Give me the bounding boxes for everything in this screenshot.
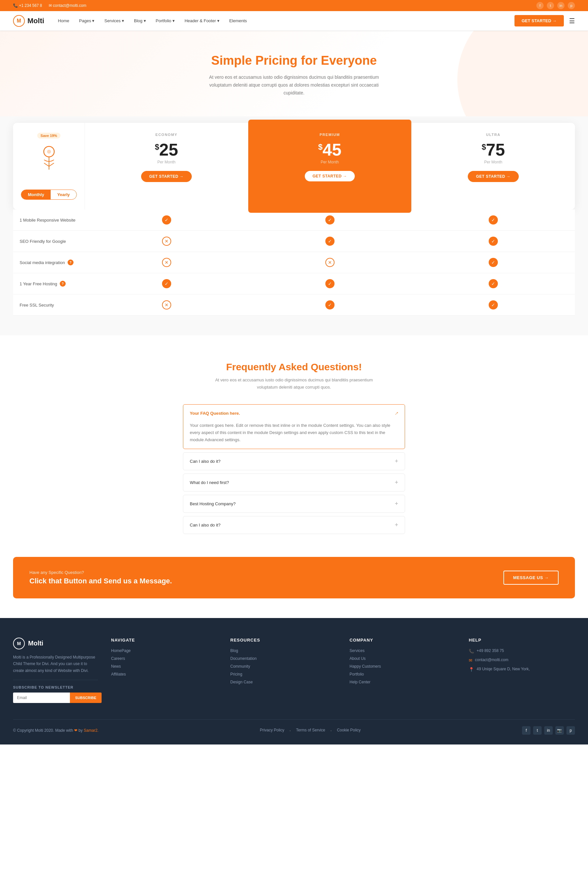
terms-link[interactable]: Terms of Service bbox=[296, 728, 325, 733]
nav-pages[interactable]: Pages ▾ bbox=[75, 16, 98, 26]
faq-item-0: Your FAQ Question here. ↑ Your content g… bbox=[183, 404, 405, 449]
feature-label-mobile: 1 Mobile Responsive Website bbox=[13, 209, 85, 230]
cta-sub-text: Have any Specific Question? bbox=[29, 570, 172, 575]
faq-question-0[interactable]: Your FAQ Question here. ↑ bbox=[183, 405, 405, 422]
email-icon: ✉ bbox=[469, 658, 472, 663]
feature-ultra-seo: ✓ bbox=[412, 231, 575, 252]
pricing-left-panel: Save 19% Monthly Yearly bbox=[13, 123, 85, 209]
footer-link-documentation[interactable]: Documentation bbox=[230, 656, 336, 661]
plan-economy-cta[interactable]: GET STARTED → bbox=[141, 171, 192, 182]
footer-brand-name: Molti bbox=[28, 640, 44, 647]
top-bar-left: 📞 +1 234 567 8 ✉ contact@molti.com bbox=[13, 3, 86, 8]
footer-company-col: COMPANY Services About Us Happy Customer… bbox=[350, 638, 456, 703]
top-bar: 📞 +1 234 567 8 ✉ contact@molti.com f t i… bbox=[0, 0, 588, 11]
feature-economy-social: ✕ bbox=[85, 252, 248, 273]
footer-link-design-case[interactable]: Design Case bbox=[230, 680, 336, 684]
faq-toggle-2[interactable]: + bbox=[394, 479, 398, 486]
nav-blog[interactable]: Blog ▾ bbox=[130, 16, 150, 26]
plan-premium-name: PREMIUM bbox=[255, 133, 405, 137]
faq-question-2[interactable]: What do I need first? + bbox=[183, 474, 405, 491]
footer-link-happy-customers[interactable]: Happy Customers bbox=[350, 664, 456, 669]
footer-link-news[interactable]: News bbox=[111, 664, 217, 669]
footer-link-services[interactable]: Services bbox=[350, 649, 456, 653]
footer-resources-title: RESOURCES bbox=[230, 638, 336, 643]
footer-linkedin-icon[interactable]: in bbox=[544, 726, 553, 735]
feature-label-seo: SEO Friendly for Google bbox=[13, 231, 85, 252]
faq-question-4[interactable]: Can I also do it? + bbox=[183, 517, 405, 534]
feature-row-hosting: 1 Year Free Hosting ? ✓ ✓ ✓ bbox=[13, 273, 575, 294]
footer-brand-desc: Molti is a Professionally Designed Multi… bbox=[13, 654, 98, 674]
nav-elements[interactable]: Elements bbox=[225, 16, 251, 26]
plan-premium-price: $45 bbox=[255, 141, 405, 158]
pinterest-icon[interactable]: p bbox=[568, 2, 575, 9]
plan-economy-name: ECONOMY bbox=[92, 133, 242, 137]
plan-economy-period: Per Month bbox=[92, 160, 242, 164]
footer-email: ✉ contact@molti.com bbox=[469, 658, 575, 663]
feature-premium-ssl: ✓ bbox=[248, 294, 412, 315]
monthly-toggle[interactable]: Monthly bbox=[21, 190, 51, 199]
faq-section: Frequently Asked Questions! At vero eos … bbox=[0, 335, 588, 557]
plan-ultra-cta[interactable]: GET STARTED → bbox=[468, 171, 519, 182]
billing-toggle[interactable]: Monthly Yearly bbox=[21, 189, 76, 200]
faq-answer-0: Your content goes here. Edit or remove t… bbox=[183, 422, 405, 449]
hamburger-icon[interactable]: ☰ bbox=[569, 17, 575, 25]
footer-company-title: COMPANY bbox=[350, 638, 456, 643]
facebook-icon[interactable]: f bbox=[536, 2, 544, 9]
faq-toggle-0[interactable]: ↑ bbox=[393, 410, 400, 416]
faq-question-1[interactable]: Can I also do it? + bbox=[183, 453, 405, 470]
faq-title: Frequently Asked Questions! bbox=[13, 362, 575, 372]
nav-services[interactable]: Services ▾ bbox=[100, 16, 128, 26]
footer-link-homepage[interactable]: HomePage bbox=[111, 649, 217, 653]
footer-twitter-icon[interactable]: t bbox=[533, 726, 542, 735]
yearly-toggle[interactable]: Yearly bbox=[51, 190, 76, 199]
feature-premium-seo: ✓ bbox=[248, 231, 412, 252]
footer-facebook-icon[interactable]: f bbox=[522, 726, 531, 735]
footer-pinterest-icon[interactable]: p bbox=[567, 726, 575, 735]
hosting-help-icon[interactable]: ? bbox=[60, 281, 66, 287]
features-table: 1 Mobile Responsive Website ✓ ✓ ✓ SEO Fr… bbox=[13, 209, 575, 316]
footer-link-help-center[interactable]: Help Center bbox=[350, 680, 456, 684]
cta-message-button[interactable]: MESSAGE US → bbox=[503, 571, 559, 585]
privacy-policy-link[interactable]: Privacy Policy bbox=[260, 728, 285, 733]
plan-premium-cta[interactable]: GET STARTED → bbox=[305, 171, 355, 182]
footer-link-portfolio[interactable]: Portfolio bbox=[350, 672, 456, 677]
footer-link-about[interactable]: About Us bbox=[350, 656, 456, 661]
plan-ultra: ULTRA $75 Per Month GET STARTED → bbox=[412, 123, 575, 209]
footer-social-links: f t in 📷 p bbox=[522, 726, 575, 735]
nav-links: Home Pages ▾ Services ▾ Blog ▾ Portfolio… bbox=[54, 16, 514, 26]
cookie-link[interactable]: Cookie Policy bbox=[337, 728, 361, 733]
footer-link-careers[interactable]: Careers bbox=[111, 656, 217, 661]
footer-link-affiliates[interactable]: Affiliates bbox=[111, 672, 217, 677]
feature-economy-mobile: ✓ bbox=[85, 209, 248, 230]
footer-email-input[interactable] bbox=[13, 692, 70, 703]
faq-question-3[interactable]: Best Hosting Company? + bbox=[183, 495, 405, 512]
faq-toggle-3[interactable]: + bbox=[394, 500, 398, 507]
hero-title: Simple Pricing for Everyone bbox=[13, 54, 575, 68]
nav-logo[interactable]: M Molti bbox=[13, 15, 44, 27]
faq-toggle-1[interactable]: + bbox=[394, 458, 398, 465]
footer-link-community[interactable]: Community bbox=[230, 664, 336, 669]
footer-copyright: © Copyright Molti 2020. Made with ❤ by S… bbox=[13, 728, 99, 733]
nav-portfolio[interactable]: Portfolio ▾ bbox=[152, 16, 178, 26]
footer-help-col: HELP 📞 +49 892 358 75 ✉ contact@molti.co… bbox=[469, 638, 575, 703]
faq-toggle-4[interactable]: + bbox=[394, 522, 398, 529]
plan-ultra-price: $75 bbox=[418, 141, 568, 158]
footer-instagram-icon[interactable]: 📷 bbox=[555, 726, 564, 735]
location-icon: 📍 bbox=[469, 667, 474, 672]
plan-premium: PREMIUM $45 Per Month GET STARTED → bbox=[248, 120, 412, 213]
feature-label-hosting: 1 Year Free Hosting ? bbox=[13, 273, 85, 294]
social-help-icon[interactable]: ? bbox=[68, 260, 74, 265]
instagram-icon[interactable]: in bbox=[557, 2, 564, 9]
feature-ultra-mobile: ✓ bbox=[412, 209, 575, 230]
footer-link-pricing[interactable]: Pricing bbox=[230, 672, 336, 677]
feature-economy-ssl: ✕ bbox=[85, 294, 248, 315]
nav-home[interactable]: Home bbox=[54, 16, 73, 26]
footer-link-blog[interactable]: Blog bbox=[230, 649, 336, 653]
phone-icon: 📞 bbox=[469, 649, 474, 654]
feature-row-ssl: Free SSL Security ✕ ✓ ✓ bbox=[13, 294, 575, 316]
phone-info: 📞 +1 234 567 8 bbox=[13, 3, 42, 8]
nav-cta-button[interactable]: GET STARTED → bbox=[514, 15, 564, 27]
footer-subscribe-button[interactable]: SUBSCRIBE bbox=[70, 692, 102, 703]
nav-header-footer[interactable]: Header & Footer ▾ bbox=[181, 16, 224, 26]
twitter-icon[interactable]: t bbox=[547, 2, 554, 9]
